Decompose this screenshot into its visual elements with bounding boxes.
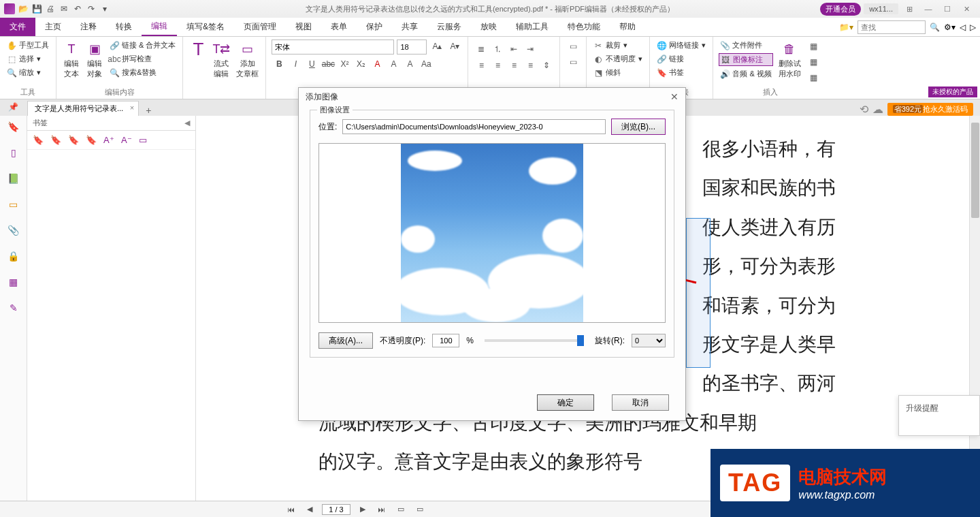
font-name-combo[interactable] xyxy=(272,40,394,54)
bm-add-icon[interactable]: 🔖 xyxy=(33,135,44,146)
gear-icon[interactable]: ⚙▾ xyxy=(944,22,956,32)
sb-extra2-icon[interactable]: ▭ xyxy=(414,505,426,514)
select-tool[interactable]: ⬚选择 ▾ xyxy=(5,53,50,65)
edit-text-button[interactable]: T编辑 文本 xyxy=(62,40,81,80)
fields-panel-icon[interactable]: ▦ xyxy=(7,275,20,289)
menu-form[interactable]: 表单 xyxy=(321,18,357,36)
opacity-slider[interactable] xyxy=(485,339,584,342)
split2-icon[interactable]: ▭ xyxy=(566,55,581,69)
bold-button[interactable]: B xyxy=(272,57,287,71)
indent-icon[interactable]: ⇥ xyxy=(523,42,538,56)
subscript-button[interactable]: X₂ xyxy=(353,57,368,71)
page-input[interactable] xyxy=(322,504,350,515)
last-page-icon[interactable]: ⏭ xyxy=(375,505,388,514)
bm-inc-icon[interactable]: A⁺ xyxy=(103,135,114,146)
close-icon[interactable]: ✕ xyxy=(958,3,975,15)
prev-page-icon[interactable]: ◀ xyxy=(304,505,315,514)
bm-icon4[interactable]: 🔖 xyxy=(86,135,97,146)
security-panel-icon[interactable]: 🔒 xyxy=(7,249,20,263)
strike-button[interactable]: abc xyxy=(321,57,336,71)
cancel-button[interactable]: 取消 xyxy=(612,394,669,411)
link-button[interactable]: 🔗链接 xyxy=(655,53,707,65)
grow-font-icon[interactable]: A▴ xyxy=(429,40,444,53)
slider-thumb[interactable] xyxy=(577,335,584,346)
bm-icon3[interactable]: 🔖 xyxy=(68,135,79,146)
menu-fill-sign[interactable]: 填写&签名 xyxy=(177,18,234,36)
clear-format-button[interactable]: A xyxy=(402,57,417,71)
next-page-icon[interactable]: ▶ xyxy=(357,505,368,514)
bm-icon2[interactable]: 🔖 xyxy=(50,135,61,146)
maximize-icon[interactable]: ☐ xyxy=(939,3,956,15)
font-color-button[interactable]: A xyxy=(370,57,385,71)
justify-icon[interactable]: ≡ xyxy=(523,59,538,72)
menu-view[interactable]: 视图 xyxy=(286,18,321,36)
case-button[interactable]: Aa xyxy=(419,57,434,71)
comments-panel-icon[interactable]: ▭ xyxy=(7,198,20,211)
open-icon[interactable]: 📂 xyxy=(18,3,29,14)
upgrade-popup[interactable]: 升级提醒 xyxy=(898,395,980,436)
menu-file[interactable]: 文件 xyxy=(0,18,35,36)
align-center-icon[interactable]: ≡ xyxy=(490,59,505,72)
collapse-panel-icon[interactable]: ◀ xyxy=(184,119,190,127)
advanced-button[interactable]: 高级(A)... xyxy=(318,332,373,349)
scroll-thumb[interactable] xyxy=(971,123,979,218)
tab-close-icon[interactable]: × xyxy=(130,104,134,112)
superscript-button[interactable]: X² xyxy=(337,57,352,71)
print-icon[interactable]: 🖨 xyxy=(45,3,56,14)
menu-page[interactable]: 页面管理 xyxy=(234,18,286,36)
first-page-icon[interactable]: ⏮ xyxy=(284,505,297,514)
pages-panel-icon[interactable]: ▯ xyxy=(7,146,20,159)
bm-dec-icon[interactable]: A⁻ xyxy=(121,135,132,146)
opacity-input[interactable] xyxy=(432,334,459,347)
search-input[interactable] xyxy=(858,20,926,34)
line-spacing-icon[interactable]: ⇕ xyxy=(539,59,554,72)
location-input[interactable] xyxy=(342,119,606,134)
document-tab[interactable]: 文字是人类用符号记录表... × xyxy=(27,101,139,116)
pin-icon[interactable]: 📌 xyxy=(8,102,18,112)
attachments-panel-icon[interactable]: 📎 xyxy=(7,223,20,237)
menu-protect[interactable]: 保护 xyxy=(357,18,392,36)
audio-video-button[interactable]: 🔊音频 & 视频 xyxy=(719,68,772,80)
add-tab-button[interactable]: + xyxy=(139,105,158,116)
menu-help[interactable]: 帮助 xyxy=(610,18,645,36)
minimize-icon[interactable]: — xyxy=(920,3,936,15)
layers-panel-icon[interactable]: 📗 xyxy=(7,172,20,185)
folder-icon[interactable]: 📁▾ xyxy=(839,22,853,32)
mail-icon[interactable]: ✉ xyxy=(59,3,69,14)
menu-annotate[interactable]: 注释 xyxy=(71,18,106,36)
menu-cloud[interactable]: 云服务 xyxy=(427,18,471,36)
rotate-select[interactable]: 0 xyxy=(632,334,666,347)
user-badge[interactable]: wx11... xyxy=(864,3,898,14)
spellcheck-button[interactable]: abc拼写检查 xyxy=(108,53,177,65)
file-attach-button[interactable]: 📎文件附件 xyxy=(719,40,772,51)
align-left-icon[interactable]: ≡ xyxy=(474,59,489,72)
ins1-icon[interactable]: ▦ xyxy=(806,40,821,53)
menu-assist[interactable]: 辅助工具 xyxy=(506,18,558,36)
browse-button[interactable]: 浏览(B)... xyxy=(611,119,666,135)
promo-badge[interactable]: 省392元抢永久激活码 xyxy=(887,103,973,116)
menu-share[interactable]: 共享 xyxy=(392,18,427,36)
cloud-icon[interactable]: ☁ xyxy=(872,103,883,116)
italic-button[interactable]: I xyxy=(288,57,303,71)
opacity-button[interactable]: ◐不透明度 ▾ xyxy=(592,53,644,65)
bullets-icon[interactable]: ≣ xyxy=(474,42,489,56)
bookmark-button[interactable]: 🔖书签 xyxy=(655,67,707,78)
crop-button[interactable]: ✂裁剪 ▾ xyxy=(592,40,644,51)
menu-home[interactable]: 主页 xyxy=(35,18,71,36)
split1-icon[interactable]: ▭ xyxy=(566,40,581,53)
bookmark-panel-icon[interactable]: 🔖 xyxy=(7,120,20,134)
zoom-tool[interactable]: 🔍缩放 ▾ xyxy=(5,67,50,78)
link-merge-button[interactable]: 🔗链接 & 合并文本 xyxy=(108,40,177,51)
flow-edit-button[interactable]: T⇄流式 编辑 xyxy=(212,40,231,80)
ins2-icon[interactable]: ▦ xyxy=(806,55,821,69)
outdent-icon[interactable]: ⇤ xyxy=(506,42,521,56)
highlight-button[interactable]: A xyxy=(386,57,401,71)
add-textbox-button[interactable]: ▭添加 文章框 xyxy=(235,40,260,80)
font-size-combo[interactable] xyxy=(397,40,427,54)
dialog-close-icon[interactable]: ✕ xyxy=(670,91,679,102)
menu-edit[interactable]: 编辑 xyxy=(142,18,177,36)
redo-icon[interactable]: ↷ xyxy=(86,3,97,14)
vertical-scrollbar[interactable] xyxy=(969,116,980,501)
shrink-font-icon[interactable]: A▾ xyxy=(447,40,462,53)
align-right-icon[interactable]: ≡ xyxy=(506,59,521,72)
